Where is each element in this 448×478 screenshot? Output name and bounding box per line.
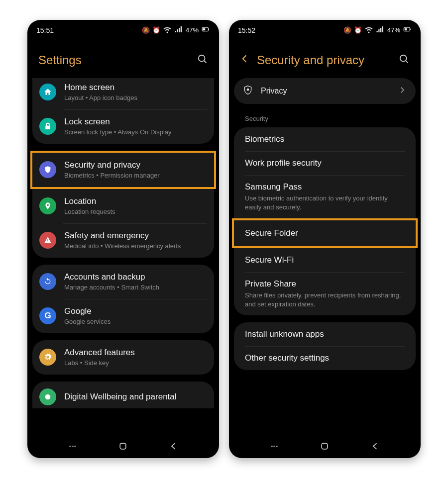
settings-item-location[interactable]: Location Location requests bbox=[32, 189, 214, 223]
settings-item-google[interactable]: G Google Google services bbox=[32, 299, 214, 333]
shield-icon bbox=[39, 161, 56, 178]
item-title: Location bbox=[64, 196, 207, 207]
search-icon[interactable] bbox=[197, 54, 208, 67]
item-subtitle: Biometrics • Permission manager bbox=[64, 172, 207, 180]
svg-line-4 bbox=[204, 60, 207, 63]
row-work-profile-security[interactable]: Work profile security bbox=[234, 151, 416, 175]
alarm-icon: ⏰ bbox=[354, 26, 362, 34]
row-other-security-settings[interactable]: Other security settings bbox=[234, 346, 416, 370]
highlight-security-privacy: Security and privacy Biometrics • Permis… bbox=[30, 151, 216, 189]
phone-security-privacy: 15:52 🔕 ⏰ 47% Security and privacy bbox=[229, 20, 421, 458]
settings-group-3: Advanced features Labs • Side key bbox=[32, 340, 214, 375]
chevron-right-icon bbox=[398, 86, 407, 97]
settings-item-digital-wellbeing[interactable]: Digital Wellbeing and parental bbox=[32, 382, 214, 408]
svg-point-15 bbox=[247, 89, 248, 91]
svg-rect-19 bbox=[322, 443, 328, 449]
nav-home[interactable] bbox=[118, 441, 128, 451]
svg-rect-12 bbox=[405, 28, 407, 31]
row-subtitle: Share files privately, prevent recipient… bbox=[245, 291, 405, 308]
item-subtitle: Medical info • Wireless emergency alerts bbox=[64, 242, 207, 251]
row-title: Biometrics bbox=[245, 134, 405, 144]
item-subtitle: Location requests bbox=[64, 208, 207, 216]
svg-point-5 bbox=[45, 394, 51, 400]
navigation-bar bbox=[229, 433, 421, 458]
item-title: Advanced features bbox=[64, 347, 207, 358]
status-time: 15:51 bbox=[36, 26, 54, 34]
nav-recents[interactable] bbox=[68, 441, 78, 451]
row-private-share[interactable]: Private Share Share files privately, pre… bbox=[234, 272, 416, 315]
page-title: Security and privacy bbox=[257, 53, 364, 67]
row-secure-folder[interactable]: Secure Folder bbox=[234, 220, 416, 246]
status-bar: 15:52 🔕 ⏰ 47% bbox=[229, 20, 421, 39]
wellbeing-icon bbox=[39, 388, 56, 405]
item-subtitle: Manage accounts • Smart Switch bbox=[64, 284, 207, 292]
navigation-bar bbox=[27, 433, 219, 458]
item-title: Google bbox=[64, 306, 207, 317]
phone-settings: 15:51 🔕 ⏰ 47% Settings bbox=[27, 20, 219, 458]
settings-item-accounts-backup[interactable]: Accounts and backup Manage accounts • Sm… bbox=[32, 265, 214, 299]
row-title: Install unknown apps bbox=[245, 329, 405, 339]
wifi-icon bbox=[163, 25, 172, 35]
security-group-top: Biometrics Work profile security Samsung… bbox=[234, 127, 416, 218]
settings-group-1b: Location Location requests Safety and em… bbox=[32, 189, 214, 258]
settings-list[interactable]: Home screen Layout • App icon badges Loc… bbox=[27, 78, 219, 433]
item-title: Safety and emergency bbox=[64, 230, 207, 241]
item-title: Accounts and backup bbox=[64, 272, 207, 283]
item-title: Lock screen bbox=[64, 116, 207, 127]
nav-recents[interactable] bbox=[269, 441, 279, 451]
page-title: Settings bbox=[38, 53, 82, 67]
pin-icon bbox=[39, 197, 56, 214]
row-title: Other security settings bbox=[245, 353, 405, 363]
settings-item-lock-screen[interactable]: Lock screen Screen lock type • Always On… bbox=[32, 109, 214, 144]
item-subtitle: Layout • App icon badges bbox=[64, 94, 207, 102]
privacy-label: Privacy bbox=[261, 87, 287, 96]
row-install-unknown-apps[interactable]: Install unknown apps bbox=[234, 322, 416, 346]
settings-item-security-privacy[interactable]: Security and privacy Biometrics • Permis… bbox=[32, 153, 214, 187]
back-button[interactable] bbox=[240, 54, 250, 67]
signal-icon bbox=[174, 25, 183, 35]
nav-back[interactable] bbox=[370, 441, 380, 451]
item-subtitle: Screen lock type • Always On Display bbox=[64, 128, 207, 137]
security-content[interactable]: Privacy Security Biometrics Work profile… bbox=[229, 78, 421, 433]
shield-check-icon bbox=[243, 85, 253, 97]
alarm-icon: ⏰ bbox=[152, 26, 160, 34]
nav-home[interactable] bbox=[320, 441, 330, 451]
battery-icon bbox=[201, 25, 210, 35]
item-title: Security and privacy bbox=[64, 160, 207, 171]
status-icons: 🔕 ⏰ 47% bbox=[142, 25, 210, 35]
svg-rect-9 bbox=[120, 443, 126, 449]
settings-item-advanced-features[interactable]: Advanced features Labs • Side key bbox=[32, 340, 214, 375]
row-biometrics[interactable]: Biometrics bbox=[234, 127, 416, 151]
home-icon bbox=[39, 84, 56, 100]
row-title: Private Share bbox=[245, 279, 405, 289]
row-title: Secure Folder bbox=[245, 228, 405, 238]
item-title: Home screen bbox=[64, 82, 207, 93]
alert-icon bbox=[39, 232, 56, 249]
status-time: 15:52 bbox=[238, 26, 255, 34]
row-samsung-pass[interactable]: Samsung Pass Use biometric authenticatio… bbox=[234, 175, 416, 218]
privacy-row[interactable]: Privacy bbox=[234, 78, 416, 104]
signal-icon bbox=[376, 25, 385, 35]
nav-back[interactable] bbox=[169, 441, 179, 451]
item-subtitle: Google services bbox=[64, 318, 207, 326]
svg-rect-2 bbox=[203, 28, 206, 31]
settings-item-home-screen[interactable]: Home screen Layout • App icon badges bbox=[32, 78, 214, 109]
svg-point-13 bbox=[400, 55, 407, 61]
row-subtitle: Use biometric authentication to verify y… bbox=[245, 194, 405, 211]
security-group-bottom: Secure Wi-Fi Private Share Share files p… bbox=[234, 248, 416, 315]
status-bar: 15:51 🔕 ⏰ 47% bbox=[27, 20, 219, 39]
dnd-icon: 🔕 bbox=[343, 26, 351, 34]
highlight-secure-folder: Secure Folder bbox=[232, 218, 418, 248]
settings-group-4: Digital Wellbeing and parental bbox=[32, 382, 214, 408]
item-subtitle: Labs • Side key bbox=[64, 359, 207, 368]
battery-text: 47% bbox=[387, 26, 400, 34]
settings-item-safety-emergency[interactable]: Safety and emergency Medical info • Wire… bbox=[32, 223, 214, 258]
google-icon: G bbox=[39, 307, 56, 324]
row-title: Work profile security bbox=[245, 158, 405, 168]
svg-line-14 bbox=[406, 60, 408, 63]
row-secure-wifi[interactable]: Secure Wi-Fi bbox=[234, 248, 416, 272]
row-title: Samsung Pass bbox=[245, 182, 405, 192]
lock-icon bbox=[39, 118, 56, 135]
search-icon[interactable] bbox=[399, 54, 410, 67]
privacy-group: Privacy bbox=[234, 78, 416, 104]
